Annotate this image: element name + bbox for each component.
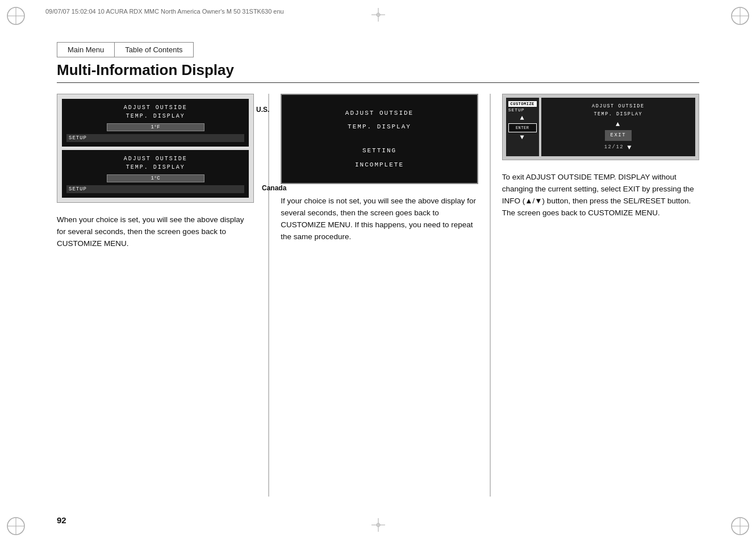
label-us: U.S. xyxy=(256,106,269,114)
lcd-right-panel: ADJUST OUTSIDE TEMP. DISPLAY ▲ EXIT 12/1… xyxy=(541,98,695,156)
corner-decoration-br xyxy=(730,516,750,536)
column-2: ADJUST OUTSIDE TEMP. DISPLAY SETTING INC… xyxy=(269,94,490,497)
crosshair-top xyxy=(371,8,385,24)
lcd2-spacer xyxy=(289,134,470,144)
lcd2-line2: TEMP. DISPLAY xyxy=(289,120,470,134)
page-title: Multi-Information Display xyxy=(57,61,699,83)
lcd-top-value: 1°F xyxy=(107,123,204,131)
lcd2-line5: INCOMPLETE xyxy=(289,158,470,172)
col3-description: To exit ADJUST OUTSIDE TEMP. DISPLAY wit… xyxy=(502,172,699,219)
crosshair-bottom xyxy=(371,518,385,534)
arrow-down-right: ▼ xyxy=(627,144,632,151)
lcd-left-panel: CUSTOMIZE SETUP ▲ ENTER ▼ xyxy=(506,98,539,156)
display-box-1: ADJUST OUTSIDE TEMP. DISPLAY 1°F SETUP U… xyxy=(57,94,254,203)
arrow-up-left: ▲ xyxy=(520,115,525,122)
main-content: ADJUST OUTSIDE TEMP. DISPLAY 1°F SETUP U… xyxy=(57,94,699,497)
exit-label: EXIT xyxy=(605,130,632,141)
enter-btn: ENTER xyxy=(508,123,537,132)
corner-decoration-tr xyxy=(730,6,750,26)
lcd-bottom-value: 1°C xyxy=(107,174,204,182)
page-title-container: Multi-Information Display xyxy=(57,61,699,83)
lcd-screen-2: ADJUST OUTSIDE TEMP. DISPLAY SETTING INC… xyxy=(281,94,478,184)
lcd-top-us: ADJUST OUTSIDE TEMP. DISPLAY 1°F SETUP xyxy=(62,99,249,147)
column-3: CUSTOMIZE SETUP ▲ ENTER ▼ ADJUST OUTSIDE… xyxy=(491,94,699,497)
customize-label: CUSTOMIZE xyxy=(508,101,537,107)
setup-label: SETUP xyxy=(508,107,537,112)
lcd-bottom-line2: TEMP. DISPLAY xyxy=(66,163,244,172)
col1-description: When your choice is set, you will see th… xyxy=(57,214,254,250)
page-number: 92 xyxy=(57,515,66,525)
lcd-bottom-canada: ADJUST OUTSIDE TEMP. DISPLAY 1°C SETUP xyxy=(62,150,249,198)
lcd-top-line1: ADJUST OUTSIDE xyxy=(66,103,244,112)
lcd-right-line2: TEMP. DISPLAY xyxy=(546,110,691,118)
lcd-bottom-line1: ADJUST OUTSIDE xyxy=(66,155,244,163)
file-info: 09/07/07 15:02:04 10 ACURA RDX MMC North… xyxy=(45,8,284,15)
corner-decoration-bl xyxy=(6,516,26,536)
lcd-combo-box: CUSTOMIZE SETUP ▲ ENTER ▼ ADJUST OUTSIDE… xyxy=(502,94,699,160)
lcd-top-line2: TEMP. DISPLAY xyxy=(66,112,244,120)
column-1: ADJUST OUTSIDE TEMP. DISPLAY 1°F SETUP U… xyxy=(57,94,269,497)
arrow-up-right: ▲ xyxy=(546,121,691,128)
lcd-top-setup: SETUP xyxy=(66,134,244,142)
lcd-right-line1: ADJUST OUTSIDE xyxy=(546,102,691,110)
corner-decoration-tl xyxy=(6,6,26,26)
lcd2-line1: ADJUST OUTSIDE xyxy=(289,106,470,120)
label-canada: Canada xyxy=(262,184,286,192)
main-menu-button[interactable]: Main Menu xyxy=(57,42,114,57)
lcd2-line4: SETTING xyxy=(289,144,470,157)
arrow-down-left: ▼ xyxy=(520,134,525,141)
value-display: 12/12 xyxy=(604,143,624,152)
nav-buttons: Main Menu Table of Contents xyxy=(57,42,194,57)
lcd-bottom-setup: SETUP xyxy=(66,185,244,193)
col2-description: If your choice is not set, you will see … xyxy=(281,195,478,243)
toc-button[interactable]: Table of Contents xyxy=(114,42,193,57)
